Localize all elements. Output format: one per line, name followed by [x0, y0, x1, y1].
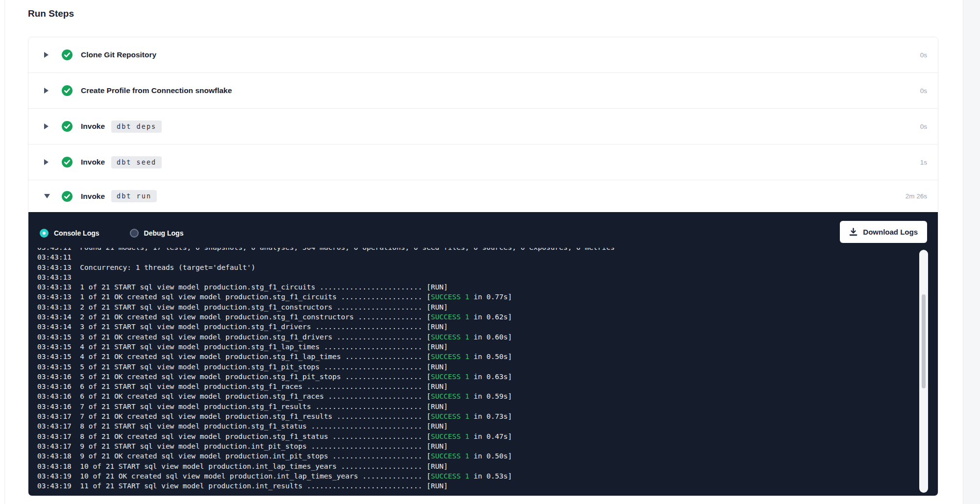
- step-duration: 0s: [920, 87, 938, 95]
- chevron-icon[interactable]: [44, 88, 51, 94]
- run-step-row[interactable]: Invoke dbt seed 1s: [28, 144, 938, 180]
- log-line: 03:43:11 Found 21 models, 17 tests, 0 sn…: [37, 248, 916, 252]
- chevron-icon[interactable]: [44, 194, 51, 198]
- log-line: 03:43:17 8 of 21 OK created sql view mod…: [37, 432, 916, 441]
- check-circle-icon: [62, 49, 73, 60]
- download-icon: [849, 228, 858, 236]
- run-step-row[interactable]: Invoke dbt run 2m 26s: [28, 180, 938, 212]
- log-line: 03:43:13: [37, 272, 916, 282]
- log-line: 03:43:14 3 of 21 START sql view model pr…: [37, 322, 916, 332]
- download-logs-button[interactable]: Download Logs: [840, 221, 927, 243]
- step-duration: 0s: [920, 51, 938, 59]
- log-line: 03:43:13 Concurrency: 1 threads (target=…: [37, 263, 916, 272]
- log-line: 03:43:17 9 of 21 START sql view model pr…: [37, 441, 916, 451]
- log-line: 03:43:18 9 of 21 OK created sql view mod…: [37, 451, 916, 461]
- step-label: Invoke: [81, 122, 105, 131]
- run-step-row[interactable]: Invoke dbt deps 0s: [28, 109, 938, 144]
- log-line: 03:43:13 1 of 21 OK created sql view mod…: [37, 292, 916, 302]
- chevron-icon[interactable]: [44, 123, 51, 129]
- log-terminal-panel: Console Logs Debug Logs Download Logs 03…: [28, 212, 938, 496]
- step-label: Invoke: [81, 158, 105, 167]
- command-badge: dbt deps: [111, 120, 162, 133]
- step-label: Invoke: [81, 192, 105, 201]
- log-line: 03:43:19 11 of 21 START sql view model p…: [37, 481, 916, 491]
- chevron-icon[interactable]: [44, 159, 51, 165]
- log-line: 03:43:15 3 of 21 OK created sql view mod…: [37, 332, 916, 342]
- log-line: 03:43:13 2 of 21 START sql view model pr…: [37, 302, 916, 312]
- page-title: Run Steps: [28, 8, 74, 19]
- run-steps-list: Clone Git Repository 0s Create Profile f…: [28, 37, 938, 212]
- log-line: 03:43:15 4 of 21 START sql view model pr…: [37, 342, 916, 352]
- log-scrollbar-track[interactable]: [919, 250, 928, 493]
- log-line: 03:43:16 5 of 21 OK created sql view mod…: [37, 372, 916, 382]
- console-log-output[interactable]: 03:43:11 Found 21 models, 17 tests, 0 sn…: [37, 248, 916, 493]
- run-step-row[interactable]: Clone Git Repository 0s: [28, 37, 938, 73]
- log-line: 03:43:18 10 of 21 START sql view model p…: [37, 461, 916, 471]
- step-label: Clone Git Repository: [81, 50, 156, 59]
- check-circle-icon: [62, 191, 73, 202]
- log-line: 03:43:15 5 of 21 START sql view model pr…: [37, 362, 916, 372]
- step-label: Create Profile from Connection snowflake: [81, 86, 232, 95]
- log-scrollbar-thumb[interactable]: [922, 294, 926, 388]
- log-line: 03:43:17 7 of 21 OK created sql view mod…: [37, 411, 916, 421]
- log-line: 03:43:13 1 of 21 START sql view model pr…: [37, 282, 916, 292]
- log-toolbar: Console Logs Debug Logs: [40, 229, 183, 238]
- command-badge: dbt seed: [111, 156, 162, 168]
- log-line: 03:43:16 6 of 21 OK created sql view mod…: [37, 391, 916, 401]
- run-steps-card: Clone Git Repository 0s Create Profile f…: [28, 37, 938, 496]
- log-line: 03:43:17 8 of 21 START sql view model pr…: [37, 421, 916, 431]
- check-circle-icon: [62, 157, 73, 168]
- step-duration: 1s: [920, 159, 938, 166]
- run-step-row[interactable]: Create Profile from Connection snowflake…: [28, 73, 938, 109]
- console-logs-label[interactable]: Console Logs: [54, 229, 99, 237]
- chevron-icon[interactable]: [44, 52, 51, 58]
- debug-logs-label[interactable]: Debug Logs: [144, 229, 184, 237]
- page-left-divider: [4, 0, 5, 504]
- step-duration: 0s: [920, 123, 938, 130]
- console-logs-radio[interactable]: [40, 229, 49, 238]
- log-line: 03:43:19 10 of 21 OK created sql view mo…: [37, 471, 916, 481]
- log-line: 03:43:14 2 of 21 OK created sql view mod…: [37, 312, 916, 322]
- page-right-gutter: [963, 0, 980, 504]
- log-line: 03:43:16 7 of 21 START sql view model pr…: [37, 402, 916, 411]
- log-line: 03:43:11: [37, 252, 916, 262]
- command-badge: dbt run: [111, 190, 157, 202]
- debug-logs-radio[interactable]: [130, 229, 139, 238]
- log-line: 03:43:15 4 of 21 OK created sql view mod…: [37, 352, 916, 361]
- check-circle-icon: [62, 121, 73, 132]
- check-circle-icon: [62, 85, 73, 96]
- step-duration: 2m 26s: [906, 192, 938, 200]
- log-line: 03:43:16 6 of 21 START sql view model pr…: [37, 382, 916, 391]
- download-logs-label: Download Logs: [863, 228, 918, 236]
